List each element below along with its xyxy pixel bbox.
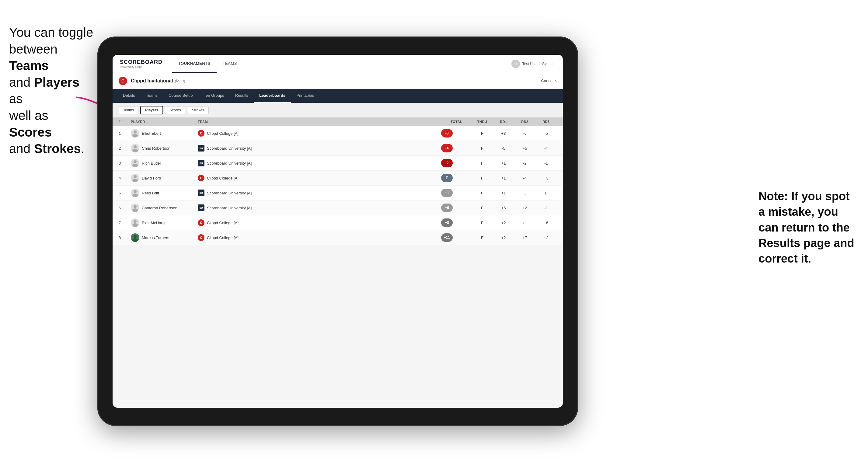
tournament-title: Clippd Invitational [131, 78, 173, 84]
rd2: -2 [514, 161, 535, 165]
tab-printables[interactable]: Printables [291, 89, 319, 103]
team-name: Clippd College [A] [207, 131, 239, 136]
nav-tournaments[interactable]: TOURNAMENTS [172, 55, 217, 73]
thru: F [472, 236, 493, 240]
col-rd3: RD3 [535, 120, 557, 124]
bold-players: Players [34, 75, 80, 89]
team-name: Clippd College [A] [207, 236, 239, 240]
player-cell: David Ford [131, 174, 198, 182]
team-logo: SU [198, 190, 205, 196]
rank: 1 [119, 131, 131, 136]
rank: 6 [119, 206, 131, 210]
bold-teams: Teams [9, 58, 49, 73]
player-avatar [131, 218, 140, 227]
team-cell: SU Scoreboard University [A] [198, 190, 441, 196]
total-score: +1 [441, 189, 472, 197]
team-name: Scoreboard University [A] [207, 191, 252, 195]
rd3: +6 [535, 221, 557, 225]
table-row: 5 Rees Britt SU Scoreboard University [A… [113, 186, 563, 200]
tab-teams[interactable]: Teams [141, 89, 163, 103]
team-cell: C Clippd College [A] [198, 130, 441, 136]
rd3: -5 [535, 131, 557, 136]
total-score: +8 [441, 218, 472, 227]
svg-point-12 [132, 209, 138, 212]
rd1: +1 [493, 176, 514, 180]
player-avatar [131, 174, 140, 182]
tab-tee-groups[interactable]: Tee Groups [198, 89, 230, 103]
total-score: +6 [441, 204, 472, 212]
player-avatar [131, 129, 140, 137]
score-badge: +8 [441, 218, 453, 227]
col-thru: THRU [472, 120, 493, 124]
results-reference: Results [758, 237, 800, 249]
svg-point-14 [132, 223, 138, 227]
svg-point-9 [133, 190, 136, 193]
score-badge: -8 [441, 129, 453, 137]
col-total: TOTAL [441, 120, 472, 124]
thru: F [472, 191, 493, 195]
svg-point-1 [133, 130, 136, 133]
rank: 3 [119, 161, 131, 165]
thru: F [472, 176, 493, 180]
team-name: Clippd College [A] [207, 176, 239, 180]
tab-course-setup[interactable]: Course Setup [163, 89, 198, 103]
col-player: PLAYER [131, 120, 198, 124]
rd1: +2 [493, 236, 514, 240]
sign-out-link[interactable]: Sign out [542, 62, 556, 66]
player-name: Elliot Ebert [142, 131, 161, 136]
header-nav: TOURNAMENTS TEAMS [172, 55, 243, 73]
table-row: 7 Blair McHarg C Clippd College [A] +8 F… [113, 215, 563, 230]
left-annotation: You can toggle between Teams and Players… [9, 24, 94, 157]
header-right: U Test User | Sign out [512, 55, 556, 73]
total-score: E [441, 174, 472, 182]
player-avatar [131, 159, 140, 167]
scores-toggle[interactable]: Scores [165, 106, 185, 114]
tab-details[interactable]: Details [118, 89, 141, 103]
svg-point-8 [132, 179, 138, 182]
nav-teams[interactable]: TEAMS [217, 55, 243, 73]
app-logo: SCOREBOARD Powered by clippd [120, 59, 162, 68]
rank: 4 [119, 176, 131, 180]
team-name: Scoreboard University [A] [207, 161, 252, 165]
svg-point-16 [132, 238, 138, 242]
thru: F [472, 161, 493, 165]
total-score: -2 [441, 159, 472, 167]
tab-results[interactable]: Results [230, 89, 254, 103]
svg-point-5 [133, 160, 136, 163]
total-score: -8 [441, 129, 472, 137]
rd3: E [535, 191, 557, 195]
rd3: +3 [535, 176, 557, 180]
players-toggle[interactable]: Players [140, 106, 163, 115]
tablet-screen: SCOREBOARD Powered by clippd TOURNAMENTS… [113, 55, 563, 408]
team-logo: SU [198, 145, 205, 152]
col-rd2: RD2 [514, 120, 535, 124]
team-logo: C [198, 234, 205, 241]
teams-toggle[interactable]: Teams [119, 106, 138, 114]
score-badge: +6 [441, 204, 453, 212]
rd1: +2 [493, 221, 514, 225]
team-logo: C [198, 219, 205, 226]
player-name: Chris Robertson [142, 146, 170, 151]
thru: F [472, 221, 493, 225]
rd1: +1 [493, 191, 514, 195]
strokes-toggle[interactable]: Strokes [187, 106, 209, 114]
rank: 7 [119, 221, 131, 225]
team-logo: SU [198, 205, 205, 211]
cancel-button[interactable]: Cancel × [541, 79, 557, 83]
table-row: 4 David Ford C Clippd College [A] E F +1… [113, 171, 563, 186]
tab-leaderboards[interactable]: Leaderboards [254, 89, 291, 103]
team-cell: SU Scoreboard University [A] [198, 160, 441, 166]
rd2: +7 [514, 236, 535, 240]
lb-controls: Teams Players Scores Strokes [113, 103, 563, 118]
bold-scores: Scores [9, 125, 52, 139]
player-cell: Rich Butler [131, 159, 198, 167]
player-cell: Chris Robertson [131, 144, 198, 152]
rd1: -5 [493, 146, 514, 151]
total-score: +11 [441, 234, 472, 242]
tablet-frame: SCOREBOARD Powered by clippd TOURNAMENTS… [97, 36, 578, 426]
user-label: Test User | [522, 62, 540, 66]
table-row: 6 Cameron Robertson SU Scoreboard Univer… [113, 200, 563, 215]
user-avatar: U [512, 60, 520, 68]
rd2: E [514, 191, 535, 195]
team-logo: C [198, 130, 205, 136]
